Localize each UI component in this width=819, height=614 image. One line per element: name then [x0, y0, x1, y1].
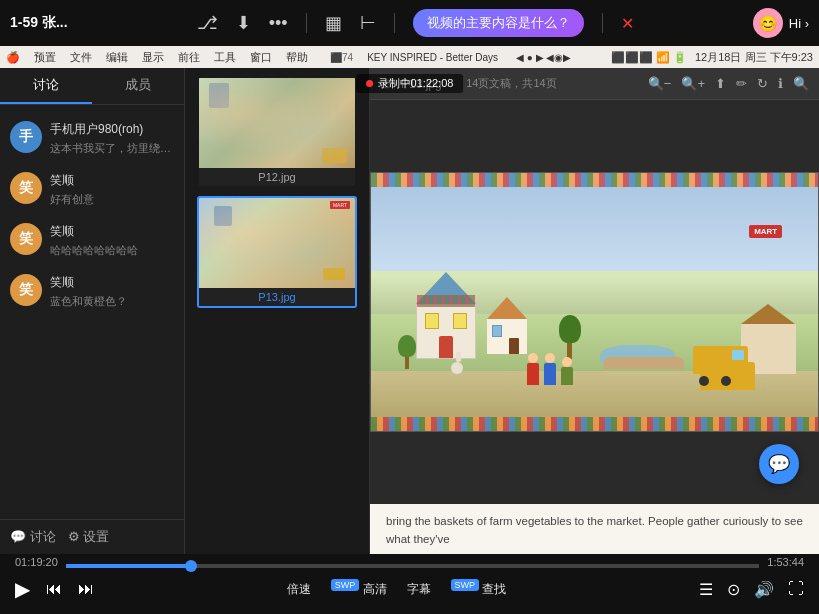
volume-button[interactable]: 🔊 — [754, 580, 774, 599]
scene-house2 — [487, 297, 527, 354]
thumb-image — [199, 78, 355, 168]
scene-characters — [527, 353, 573, 385]
thumb-label-p13: P13.jpg — [199, 288, 355, 306]
zoom-out-icon[interactable]: 🔍− — [648, 76, 672, 91]
rotate-icon[interactable]: ↻ — [757, 76, 768, 91]
edit-icon[interactable]: ✏ — [736, 76, 747, 91]
fullscreen-button[interactable]: ⛶ — [788, 580, 804, 598]
chat-fab-icon: 💬 — [768, 453, 790, 475]
rec-dot — [370, 80, 373, 87]
thumbnail-strip: P12.jpg MART P13.jpg — [185, 68, 370, 554]
right-panel: ⊞ P13.jpg · 14页文稿，共14页 录制中01:22:08 🔍− 🔍+… — [370, 68, 819, 554]
scene-truck — [700, 362, 755, 390]
tab-members[interactable]: 成员 — [92, 68, 184, 104]
subtitle-control[interactable]: 字幕 — [407, 581, 431, 598]
folder-icon[interactable]: ▦ — [325, 12, 342, 34]
scene-deco-bottom — [371, 417, 818, 431]
share-tool-icon[interactable]: ⬆ — [715, 76, 726, 91]
total-time: 1:53:44 — [767, 556, 804, 568]
find-label: 查找 — [482, 582, 506, 596]
chat-name: 笑顺 — [50, 223, 174, 240]
sidebar: 讨论 成员 手 手机用户980(roh) 这本书我买了，坊里绕秘密 我最从这本书… — [0, 68, 185, 554]
menu-go[interactable]: 前往 — [178, 50, 200, 65]
close-icon[interactable]: ✕ — [621, 14, 634, 33]
chat-item[interactable]: 手 手机用户980(roh) 这本书我买了，坊里绕秘密 我最从这本书认识老师的 — [0, 113, 184, 164]
quality-badge: SWP — [331, 579, 360, 591]
menu-preset[interactable]: 预置 — [34, 50, 56, 65]
settings-icon[interactable]: ⚙ 设置 — [68, 528, 110, 546]
chat-message: 蓝色和黄橙色？ — [50, 294, 174, 309]
quality-label: 高清 — [363, 582, 387, 596]
info-icon[interactable]: ℹ — [778, 76, 783, 91]
more-icon[interactable]: ••• — [269, 13, 288, 34]
progress-container[interactable] — [66, 556, 759, 568]
search-tool-icon[interactable]: 🔍 — [793, 76, 809, 91]
user-greeting[interactable]: Hi › — [789, 16, 809, 31]
next-button[interactable]: ⏭ — [78, 580, 94, 598]
thumbnail-p13[interactable]: MART P13.jpg — [197, 196, 357, 308]
chat-name: 笑顺 — [50, 274, 174, 291]
sidebar-bottom: 💬 讨论 ⚙ 设置 — [0, 519, 184, 554]
share-icon[interactable]: ⎇ — [197, 12, 218, 34]
text-area: bring the baskets of farm vegetables to … — [370, 504, 819, 554]
chat-content: 手机用户980(roh) 这本书我买了，坊里绕秘密 我最从这本书认识老师的 — [50, 121, 174, 156]
rec-time: 录制中01:22:08 — [378, 76, 454, 91]
menu-window[interactable]: 窗口 — [250, 50, 272, 65]
chat-content: 笑顺 哈哈哈哈哈哈哈哈 — [50, 223, 174, 258]
scene-tree2 — [398, 335, 416, 369]
menu-help[interactable]: 帮助 — [286, 50, 308, 65]
find-control[interactable]: SWP 查找 — [451, 580, 507, 598]
chat-item[interactable]: 笑 笑顺 蓝色和黄橙色？ — [0, 266, 184, 317]
ai-question-button[interactable]: 视频的主要内容是什么？ — [413, 9, 584, 37]
mart-sign: MART — [749, 225, 782, 238]
menu-right: ⬛⬛⬛ 📶 🔋 12月18日 周三 下午9:23 — [611, 50, 813, 65]
top-bar-icons: ⎇ ⬇ ••• ▦ ⊢ 视频的主要内容是什么？ ✕ — [88, 9, 743, 37]
avatar: 笑 — [10, 172, 42, 204]
controls-center: 倍速 SWP 高清 字幕 SWP 查找 — [287, 580, 507, 598]
book-text: bring the baskets of farm vegetables to … — [386, 515, 803, 545]
controls-right: ☰ ⊙ 🔊 ⛶ — [699, 580, 804, 599]
back-icon[interactable]: ⊢ — [360, 12, 376, 34]
menu-bar: 🍎 预置 文件 编辑 显示 前往 工具 窗口 帮助 ⬛74 KEY INSPIR… — [0, 46, 819, 68]
viewer-image-area: MART — [370, 100, 819, 504]
quality-control[interactable]: SWP 高清 — [331, 580, 387, 598]
top-bar: 1-59 张... ⎇ ⬇ ••• ▦ ⊢ 视频的主要内容是什么？ ✕ 😊 Hi… — [0, 0, 819, 46]
menu-view[interactable]: 显示 — [142, 50, 164, 65]
scene-frame: MART — [370, 172, 819, 432]
scene-animals — [451, 352, 465, 374]
avatar: 手 — [10, 121, 42, 153]
recording-indicator: 录制中01:22:08 — [370, 74, 463, 93]
play-button[interactable]: ▶ — [15, 577, 30, 601]
chat-item[interactable]: 笑 笑顺 好有创意 — [0, 164, 184, 215]
video-title: 1-59 张... — [10, 14, 68, 32]
prev-button[interactable]: ⏮ — [46, 580, 62, 598]
current-time: 01:19:20 — [15, 556, 58, 568]
thumb-image-active: MART — [199, 198, 355, 288]
tab-discussion[interactable]: 讨论 — [0, 68, 92, 104]
thumbnail-p12[interactable]: P12.jpg — [197, 76, 357, 188]
avatar: 😊 — [753, 8, 783, 38]
speed-control[interactable]: 倍速 — [287, 581, 311, 598]
viewer-header: ⊞ P13.jpg · 14页文稿，共14页 录制中01:22:08 🔍− 🔍+… — [370, 68, 819, 100]
chat-name: 笑顺 — [50, 172, 174, 189]
chat-fab[interactable]: 💬 — [759, 444, 799, 484]
find-badge: SWP — [451, 579, 480, 591]
user-area[interactable]: 😊 Hi › — [753, 8, 809, 38]
chat-message: 哈哈哈哈哈哈哈哈 — [50, 243, 174, 258]
menu-tools[interactable]: 工具 — [214, 50, 236, 65]
playlist-button[interactable]: ☰ — [699, 580, 713, 599]
divider2 — [394, 13, 395, 33]
time-and-progress: 01:19:20 1:53:44 — [15, 554, 804, 568]
zoom-in-icon[interactable]: 🔍+ — [681, 76, 705, 91]
settings-button[interactable]: ⊙ — [727, 580, 740, 599]
progress-track[interactable] — [66, 564, 759, 568]
player-controls: ▶ ⏮ ⏭ 倍速 SWP 高清 字幕 SWP 查找 ☰ ⊙ 🔊 ⛶ — [15, 568, 804, 614]
discuss-icon[interactable]: 💬 讨论 — [10, 528, 56, 546]
menu-edit[interactable]: 编辑 — [106, 50, 128, 65]
download-icon[interactable]: ⬇ — [236, 12, 251, 34]
menu-apple[interactable]: 🍎 — [6, 51, 20, 64]
menu-file[interactable]: 文件 — [70, 50, 92, 65]
app-name: KEY INSPIRED - Better Days — [367, 52, 498, 63]
avatar: 笑 — [10, 274, 42, 306]
chat-item[interactable]: 笑 笑顺 哈哈哈哈哈哈哈哈 — [0, 215, 184, 266]
